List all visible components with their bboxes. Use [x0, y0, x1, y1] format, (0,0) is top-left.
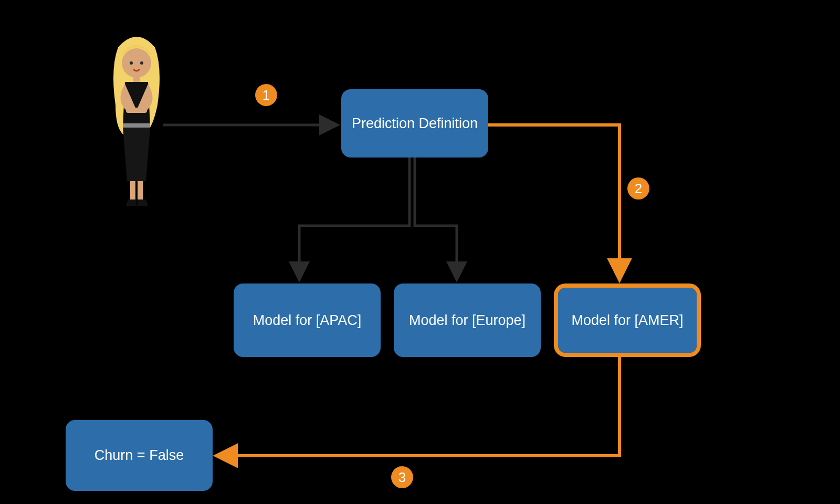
svg-rect-7	[130, 181, 135, 200]
svg-rect-8	[138, 181, 143, 200]
badge-number: 1	[262, 87, 270, 103]
node-label: Model for [AMER]	[571, 312, 683, 329]
node-model-europe: Model for [Europe]	[394, 284, 541, 357]
step-badge-3: 3	[391, 466, 413, 488]
svg-point-2	[130, 61, 133, 65]
node-result-churn: Churn = False	[66, 420, 213, 491]
node-model-apac: Model for [APAC]	[234, 284, 381, 357]
node-prediction-definition: Prediction Definition	[341, 89, 488, 158]
svg-point-3	[140, 61, 143, 65]
node-label: Churn = False	[94, 447, 184, 464]
step-badge-2: 2	[627, 177, 649, 200]
person-illustration	[100, 32, 173, 212]
node-model-amer: Model for [AMER]	[554, 284, 701, 357]
badge-number: 3	[398, 469, 406, 486]
svg-rect-6	[123, 123, 150, 128]
svg-point-1	[122, 48, 151, 78]
node-label: Prediction Definition	[352, 116, 478, 132]
node-label: Model for [APAC]	[253, 312, 362, 329]
badge-number: 2	[635, 181, 642, 197]
step-badge-1: 1	[255, 84, 277, 106]
svg-rect-5	[126, 108, 147, 113]
svg-rect-4	[133, 76, 140, 82]
node-label: Model for [Europe]	[409, 312, 526, 329]
